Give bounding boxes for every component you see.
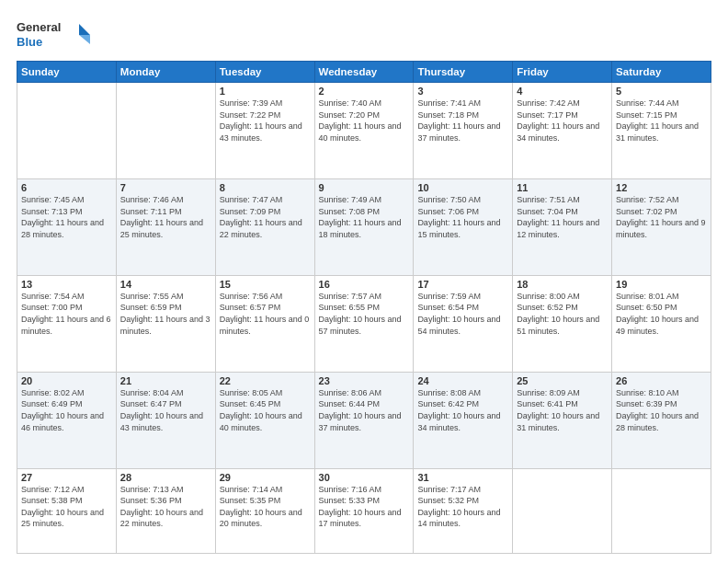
calendar-cell: 29Sunrise: 7:14 AMSunset: 5:35 PMDayligh… <box>215 468 314 553</box>
calendar-week-row: 6Sunrise: 7:45 AMSunset: 7:13 PMDaylight… <box>17 178 711 275</box>
calendar-cell: 4Sunrise: 7:42 AMSunset: 7:17 PMDaylight… <box>513 83 612 179</box>
weekday-header-sunday: Sunday <box>17 62 117 83</box>
calendar-cell <box>116 83 215 179</box>
calendar-cell: 17Sunrise: 7:59 AMSunset: 6:54 PMDayligh… <box>414 275 513 372</box>
day-number: 3 <box>417 86 508 97</box>
calendar-cell: 31Sunrise: 7:17 AMSunset: 5:32 PMDayligh… <box>414 468 513 553</box>
day-number: 19 <box>616 279 707 290</box>
calendar-cell: 27Sunrise: 7:12 AMSunset: 5:38 PMDayligh… <box>17 468 117 553</box>
calendar-cell: 23Sunrise: 8:06 AMSunset: 6:44 PMDayligh… <box>314 372 414 468</box>
cell-info: Sunrise: 8:04 AMSunset: 6:47 PMDaylight:… <box>120 387 211 433</box>
calendar-cell: 15Sunrise: 7:56 AMSunset: 6:57 PMDayligh… <box>215 275 314 372</box>
day-number: 27 <box>21 472 112 483</box>
cell-info: Sunrise: 7:42 AMSunset: 7:17 PMDaylight:… <box>517 98 608 144</box>
day-number: 2 <box>319 86 410 97</box>
calendar-week-row: 1Sunrise: 7:39 AMSunset: 7:22 PMDaylight… <box>17 83 711 179</box>
weekday-header-row: SundayMondayTuesdayWednesdayThursdayFrid… <box>17 62 711 83</box>
cell-info: Sunrise: 7:46 AMSunset: 7:11 PMDaylight:… <box>120 194 211 240</box>
cell-info: Sunrise: 7:50 AMSunset: 7:06 PMDaylight:… <box>417 194 508 240</box>
day-number: 22 <box>220 375 311 386</box>
calendar-cell: 30Sunrise: 7:16 AMSunset: 5:33 PMDayligh… <box>314 468 414 553</box>
calendar-cell: 20Sunrise: 8:02 AMSunset: 6:49 PMDayligh… <box>17 372 117 468</box>
calendar-cell: 13Sunrise: 7:54 AMSunset: 7:00 PMDayligh… <box>17 275 117 372</box>
calendar-cell: 28Sunrise: 7:13 AMSunset: 5:36 PMDayligh… <box>116 468 215 553</box>
cell-info: Sunrise: 8:08 AMSunset: 6:42 PMDaylight:… <box>417 387 508 433</box>
calendar-cell: 3Sunrise: 7:41 AMSunset: 7:18 PMDaylight… <box>414 83 513 179</box>
calendar-cell: 26Sunrise: 8:10 AMSunset: 6:39 PMDayligh… <box>612 372 711 468</box>
calendar-week-row: 13Sunrise: 7:54 AMSunset: 7:00 PMDayligh… <box>17 275 711 372</box>
day-number: 20 <box>21 375 112 386</box>
weekday-header-saturday: Saturday <box>612 62 711 83</box>
day-number: 9 <box>319 182 410 193</box>
header: General Blue <box>17 17 711 53</box>
day-number: 18 <box>517 279 608 290</box>
day-number: 13 <box>21 279 112 290</box>
day-number: 23 <box>319 375 410 386</box>
day-number: 10 <box>417 182 508 193</box>
day-number: 1 <box>220 86 311 97</box>
calendar-cell: 16Sunrise: 7:57 AMSunset: 6:55 PMDayligh… <box>314 275 414 372</box>
calendar-cell: 10Sunrise: 7:50 AMSunset: 7:06 PMDayligh… <box>414 178 513 275</box>
calendar-cell: 1Sunrise: 7:39 AMSunset: 7:22 PMDaylight… <box>215 83 314 179</box>
calendar-cell: 7Sunrise: 7:46 AMSunset: 7:11 PMDaylight… <box>116 178 215 275</box>
calendar-cell: 5Sunrise: 7:44 AMSunset: 7:15 PMDaylight… <box>612 83 711 179</box>
calendar-table: SundayMondayTuesdayWednesdayThursdayFrid… <box>17 61 711 554</box>
cell-info: Sunrise: 8:06 AMSunset: 6:44 PMDaylight:… <box>319 387 410 433</box>
cell-info: Sunrise: 7:47 AMSunset: 7:09 PMDaylight:… <box>220 194 311 240</box>
cell-info: Sunrise: 7:39 AMSunset: 7:22 PMDaylight:… <box>220 98 311 144</box>
calendar-cell: 11Sunrise: 7:51 AMSunset: 7:04 PMDayligh… <box>513 178 612 275</box>
cell-info: Sunrise: 7:51 AMSunset: 7:04 PMDaylight:… <box>517 194 608 240</box>
cell-info: Sunrise: 7:16 AMSunset: 5:33 PMDaylight:… <box>319 484 410 530</box>
day-number: 17 <box>417 279 508 290</box>
svg-marker-2 <box>79 24 90 35</box>
weekday-header-friday: Friday <box>513 62 612 83</box>
cell-info: Sunrise: 8:00 AMSunset: 6:52 PMDaylight:… <box>517 291 608 337</box>
calendar-body: 1Sunrise: 7:39 AMSunset: 7:22 PMDaylight… <box>17 83 711 554</box>
logo: General Blue <box>17 17 90 53</box>
day-number: 15 <box>220 279 311 290</box>
svg-text:General: General <box>17 20 61 34</box>
cell-info: Sunrise: 7:57 AMSunset: 6:55 PMDaylight:… <box>319 291 410 337</box>
calendar-cell: 2Sunrise: 7:40 AMSunset: 7:20 PMDaylight… <box>314 83 414 179</box>
cell-info: Sunrise: 8:05 AMSunset: 6:45 PMDaylight:… <box>220 387 311 433</box>
calendar-cell: 14Sunrise: 7:55 AMSunset: 6:59 PMDayligh… <box>116 275 215 372</box>
cell-info: Sunrise: 7:41 AMSunset: 7:18 PMDaylight:… <box>417 98 508 144</box>
weekday-header-monday: Monday <box>116 62 215 83</box>
cell-info: Sunrise: 7:45 AMSunset: 7:13 PMDaylight:… <box>21 194 112 240</box>
cell-info: Sunrise: 8:02 AMSunset: 6:49 PMDaylight:… <box>21 387 112 433</box>
day-number: 21 <box>120 375 211 386</box>
cell-info: Sunrise: 7:56 AMSunset: 6:57 PMDaylight:… <box>220 291 311 337</box>
weekday-header-tuesday: Tuesday <box>215 62 314 83</box>
page: General Blue SundayMondayTuesdayWednesda… <box>0 0 728 563</box>
calendar-cell: 22Sunrise: 8:05 AMSunset: 6:45 PMDayligh… <box>215 372 314 468</box>
weekday-header-thursday: Thursday <box>414 62 513 83</box>
cell-info: Sunrise: 7:14 AMSunset: 5:35 PMDaylight:… <box>220 484 311 530</box>
cell-info: Sunrise: 7:54 AMSunset: 7:00 PMDaylight:… <box>21 291 112 337</box>
day-number: 31 <box>417 472 508 483</box>
cell-info: Sunrise: 8:10 AMSunset: 6:39 PMDaylight:… <box>616 387 707 433</box>
cell-info: Sunrise: 7:17 AMSunset: 5:32 PMDaylight:… <box>417 484 508 530</box>
svg-text:Blue: Blue <box>17 35 42 49</box>
day-number: 16 <box>319 279 410 290</box>
cell-info: Sunrise: 7:49 AMSunset: 7:08 PMDaylight:… <box>319 194 410 240</box>
calendar-cell <box>17 83 117 179</box>
calendar-cell: 6Sunrise: 7:45 AMSunset: 7:13 PMDaylight… <box>17 178 117 275</box>
cell-info: Sunrise: 7:52 AMSunset: 7:02 PMDaylight:… <box>616 194 707 240</box>
calendar-cell <box>612 468 711 553</box>
cell-info: Sunrise: 7:55 AMSunset: 6:59 PMDaylight:… <box>120 291 211 337</box>
day-number: 30 <box>319 472 410 483</box>
logo-svg: General Blue <box>17 17 90 53</box>
day-number: 28 <box>120 472 211 483</box>
calendar-cell: 12Sunrise: 7:52 AMSunset: 7:02 PMDayligh… <box>612 178 711 275</box>
day-number: 11 <box>517 182 608 193</box>
cell-info: Sunrise: 7:59 AMSunset: 6:54 PMDaylight:… <box>417 291 508 337</box>
day-number: 8 <box>220 182 311 193</box>
day-number: 7 <box>120 182 211 193</box>
calendar-cell: 18Sunrise: 8:00 AMSunset: 6:52 PMDayligh… <box>513 275 612 372</box>
day-number: 12 <box>616 182 707 193</box>
cell-info: Sunrise: 7:13 AMSunset: 5:36 PMDaylight:… <box>120 484 211 530</box>
day-number: 6 <box>21 182 112 193</box>
day-number: 24 <box>417 375 508 386</box>
day-number: 29 <box>220 472 311 483</box>
calendar-week-row: 20Sunrise: 8:02 AMSunset: 6:49 PMDayligh… <box>17 372 711 468</box>
